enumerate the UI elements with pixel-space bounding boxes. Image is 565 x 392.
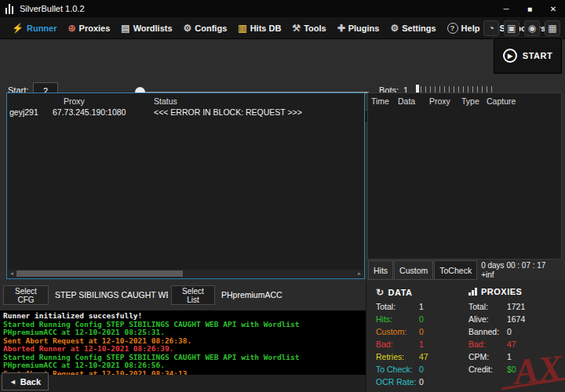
column-header-proxy: Proxy [429, 96, 450, 106]
horizontal-scrollbar[interactable]: ◂ ▸ [8, 270, 363, 278]
runner-timer: 0 days 00 : 07 : 17 +inf [481, 261, 545, 280]
stat-value: 1721 [507, 302, 525, 311]
tab-custom[interactable]: Custom [394, 260, 433, 280]
stat-value: 47 [507, 339, 516, 349]
back-button[interactable]: ◄ Back [2, 372, 49, 390]
stat-row: Banned: 0 [468, 327, 512, 336]
log-line: Runner initialized succesfully! [3, 312, 363, 321]
proxies-stats-header: PROXIES [468, 287, 522, 296]
tab-tocheck[interactable]: ToCheck [434, 260, 477, 280]
gamepad-icon[interactable]: ◉ [524, 20, 540, 36]
menu-label: Wordlists [133, 24, 173, 33]
stat-row: Credit: $0 [468, 365, 516, 374]
menu-icon-buttons: ◔ ▣ ◉ ▦ [483, 17, 560, 39]
result-status: <<< ERROR IN BLOCK: REQUEST >>> [154, 107, 302, 117]
menu-runner[interactable]: ⚡ Runner [6, 17, 62, 39]
minimize-icon[interactable]: ─ [494, 0, 518, 17]
menu-label: Plugins [348, 24, 380, 33]
stat-label: Alive: [468, 314, 505, 324]
scroll-right-icon[interactable]: ▸ [355, 270, 363, 278]
scrollbar-thumb[interactable] [16, 270, 183, 277]
stat-value: 0 [419, 365, 424, 374]
menu-label: Runner [27, 24, 57, 33]
window-title: SilverBullet 1.0.2 [20, 4, 85, 13]
menu-label: Help [461, 24, 480, 33]
close-icon[interactable]: ✕ [541, 0, 565, 17]
menu-tools[interactable]: ⚒ Tools [286, 17, 331, 39]
stat-label: Hits: [376, 314, 417, 324]
stat-value: 0 [507, 327, 512, 336]
menu-label: Configs [195, 24, 227, 33]
bottom-strip [0, 375, 366, 392]
config-name: STEP SIBILINGS CAUGHT WEB A [55, 290, 168, 299]
column-header-proxy: Proxy [64, 96, 85, 106]
stat-value: 0 [419, 327, 424, 336]
history-icon[interactable]: ◔ [483, 20, 499, 36]
stat-label: Bad: [376, 339, 417, 349]
stat-row: CPM: 1 [468, 352, 512, 361]
stat-row: Bad: 1 [376, 339, 424, 349]
hits-list-panel: Time Data Proxy Type Capture [367, 93, 562, 260]
select-config-button[interactable]: Select CFG [3, 285, 49, 305]
plug-icon: ✚ [337, 23, 345, 34]
column-header-capture: Capture [487, 96, 516, 106]
result-row[interactable]: geyj291 67.73.245.190:1080 <<< ERROR IN … [7, 107, 364, 118]
column-header-time: Time [371, 96, 389, 106]
wordlist-name: PHpremiumACC [221, 290, 282, 299]
stat-label: Banned: [468, 327, 505, 336]
start-runner-button[interactable]: ▶ START [494, 38, 562, 74]
maximize-icon[interactable]: ■ [518, 0, 541, 17]
stat-row: Retries: 47 [376, 352, 428, 361]
menu-help[interactable]: ? Help [442, 17, 486, 39]
select-list-button[interactable]: Select List [171, 285, 215, 305]
stat-value: 1 [507, 352, 512, 361]
stat-row: Bad: 47 [468, 339, 516, 349]
config-bar: Select CFG STEP SIBILINGS CAUGHT WEB A S… [0, 281, 366, 310]
stat-row: Total: 1721 [468, 302, 525, 311]
menu-settings[interactable]: ⚙ Settings [385, 17, 441, 39]
data-stats-header: ↻ DATA [376, 287, 412, 298]
back-arrow-icon: ◄ [9, 378, 16, 386]
stat-label: Total: [376, 302, 417, 311]
runner-log: Runner initialized succesfully! Started … [0, 310, 366, 375]
stat-label: Retries: [376, 352, 417, 361]
menu-configs[interactable]: ⚙ Configs [178, 17, 233, 39]
signal-bars-icon [468, 288, 477, 296]
app-window: SilverBullet 1.0.2 ─ ■ ✕ ⚡ Runner ⊕ Prox… [0, 0, 565, 392]
stat-row: OCR Rate: 0 [376, 377, 424, 387]
menu-proxies[interactable]: ⊕ Proxies [62, 17, 115, 39]
stat-row: Custom: 0 [376, 327, 424, 336]
menu-label: Proxies [79, 24, 111, 33]
result-data: geyj291 [9, 107, 38, 117]
gallery-icon[interactable]: ▦ [545, 20, 560, 36]
tab-hits[interactable]: Hits [368, 260, 393, 280]
menu-hits-db[interactable]: ▥ Hits DB [232, 17, 286, 39]
timer-eta: +inf [481, 270, 545, 280]
stat-label: Bad: [468, 339, 505, 349]
stat-label: To Check: [376, 365, 417, 374]
stat-value: 1 [419, 339, 424, 349]
gear-icon: ⚙ [390, 23, 399, 34]
gear-icon: ⚙ [184, 23, 192, 34]
runner-controls: Start: Bots: 1 ▶ START Prog: 1 / 865 (0%… [0, 39, 565, 93]
wrench-icon: ⚒ [292, 23, 301, 34]
scroll-left-icon[interactable]: ◂ [8, 270, 16, 278]
stat-label: CPM: [468, 352, 505, 361]
list-icon: ▤ [121, 23, 129, 34]
start-button-label: START [523, 51, 552, 60]
menu-label: Settings [402, 24, 436, 33]
question-icon: ? [447, 23, 458, 34]
app-logo-icon [5, 4, 13, 14]
refresh-icon: ↻ [376, 287, 385, 298]
log-line: PHpremiumACC at 12-10-2021 08:26:56. [3, 361, 363, 370]
stat-row: Alive: 1674 [468, 314, 525, 324]
stat-label: Custom: [376, 327, 417, 336]
timer-elapsed: 0 days 00 : 07 : 17 [481, 261, 545, 270]
stat-row: Hits: 0 [376, 314, 424, 324]
menu-wordlists[interactable]: ▤ Wordlists [115, 17, 177, 39]
menu-plugins[interactable]: ✚ Plugins [332, 17, 385, 39]
stats-panel: ↻ DATA Total: 1 Hits: 0 Custom: 0 Bad: 1… [366, 281, 565, 392]
play-icon: ▶ [503, 49, 517, 63]
camera-icon[interactable]: ▣ [504, 20, 519, 36]
lightning-icon: ⚡ [12, 23, 24, 34]
